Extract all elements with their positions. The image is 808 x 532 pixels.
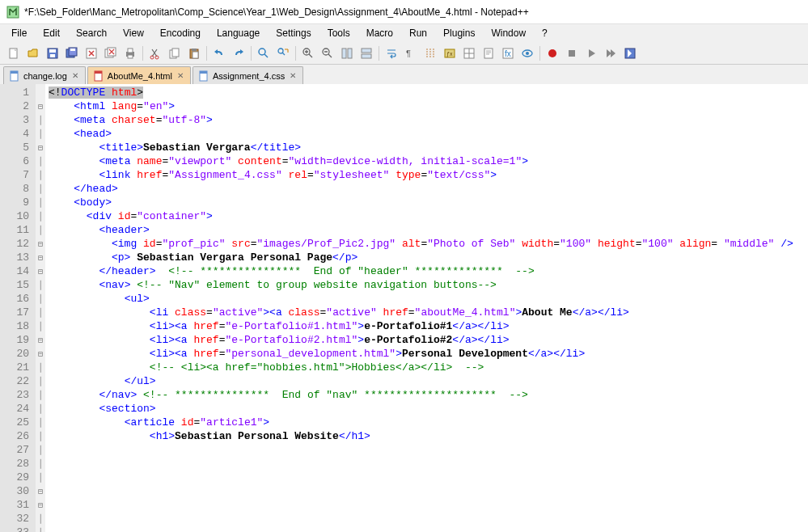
menu-edit[interactable]: Edit: [36, 26, 66, 40]
fold-marker[interactable]: ⊟: [36, 251, 45, 264]
code-line[interactable]: <p> Sebastian Vergara Personal Page</p>: [49, 251, 805, 264]
fold-marker[interactable]: │: [36, 512, 45, 526]
code-line[interactable]: <li><a href="personal_development.html">…: [49, 347, 805, 361]
code-line[interactable]: <article id="article1">: [49, 416, 805, 429]
fold-marker[interactable]: ⊟: [36, 484, 45, 498]
fold-marker[interactable]: │: [36, 526, 45, 532]
code-line[interactable]: <head>: [49, 127, 805, 141]
code-line[interactable]: <h1>Sebastian Personal Website</h1>: [49, 429, 805, 443]
fold-marker[interactable]: │: [36, 113, 45, 127]
code-line[interactable]: <img id="prof_pic" src="images/Prof_Pic2…: [49, 237, 805, 251]
save-all-button[interactable]: [63, 44, 81, 62]
menu-plugins[interactable]: Plugins: [437, 26, 481, 40]
monitor-button[interactable]: [518, 44, 536, 62]
fold-marker[interactable]: ⊟: [36, 237, 45, 251]
paste-button[interactable]: [185, 44, 203, 62]
fold-marker[interactable]: │: [36, 319, 45, 333]
menu-language[interactable]: Language: [210, 26, 266, 40]
code-line[interactable]: </header> <!-- **************** End of "…: [49, 264, 805, 278]
cut-button[interactable]: [146, 44, 164, 62]
fold-column[interactable]: ⊟││⊟││││││⊟⊟⊟││││⊟⊟│││││││││⊟⊟││: [36, 84, 45, 532]
code-line[interactable]: <meta name="viewport" content="width=dev…: [49, 154, 805, 168]
fold-marker[interactable]: ⊟: [36, 333, 45, 347]
fold-marker[interactable]: │: [36, 429, 45, 443]
fold-marker[interactable]: │: [36, 457, 45, 471]
save-button[interactable]: [44, 44, 61, 62]
all-chars-button[interactable]: ¶: [402, 44, 420, 62]
fold-marker[interactable]: [36, 86, 45, 99]
close-all-button[interactable]: [102, 44, 120, 62]
code-line[interactable]: </ul>: [49, 374, 805, 388]
code-line[interactable]: <!DOCTYPE html>: [49, 86, 805, 99]
folder-view-button[interactable]: [460, 44, 478, 62]
tab-aboutme-html[interactable]: AboutMe_4.html ✕: [87, 66, 191, 84]
lang-button[interactable]: ƒx: [441, 44, 459, 62]
fold-marker[interactable]: │: [36, 306, 45, 319]
code-line[interactable]: <title>Sebastian Vergara</title>: [49, 141, 805, 154]
code-line[interactable]: <body>: [49, 196, 805, 209]
code-line[interactable]: <section>: [49, 402, 805, 416]
code-line[interactable]: <link href="Assignment_4.css" rel="style…: [49, 168, 805, 182]
sync-v-button[interactable]: [338, 44, 356, 62]
code-line[interactable]: <li class="active"><a class="active" hre…: [49, 306, 805, 319]
fold-marker[interactable]: │: [36, 292, 45, 306]
code-line[interactable]: <nav> <!-- "Nav" element to group websit…: [49, 278, 805, 292]
copy-button[interactable]: [166, 44, 184, 62]
fold-marker[interactable]: │: [36, 209, 45, 223]
fold-marker[interactable]: │: [36, 361, 45, 374]
play-multi-button[interactable]: [602, 44, 620, 62]
code-area[interactable]: <!DOCTYPE html> <html lang="en"> <meta c…: [45, 84, 808, 532]
fold-marker[interactable]: │: [36, 223, 45, 237]
open-file-button[interactable]: [24, 44, 42, 62]
fold-marker[interactable]: │: [36, 278, 45, 292]
fold-marker[interactable]: ⊟: [36, 264, 45, 278]
tab-change-log[interactable]: change.log ✕: [3, 66, 86, 84]
fold-marker[interactable]: │: [36, 443, 45, 457]
code-line[interactable]: <header>: [49, 223, 805, 237]
fold-marker[interactable]: ⊟: [36, 498, 45, 512]
code-line[interactable]: <div id="container">: [49, 209, 805, 223]
menu-search[interactable]: Search: [70, 26, 113, 40]
redo-button[interactable]: [230, 44, 247, 62]
fold-marker[interactable]: ⊟: [36, 141, 45, 154]
code-line[interactable]: <li><a href="e-Portafolio#1.html">e-Port…: [49, 319, 805, 333]
fold-marker[interactable]: │: [36, 196, 45, 209]
fold-marker[interactable]: │: [36, 388, 45, 402]
close-icon[interactable]: ✕: [288, 71, 298, 81]
code-line[interactable]: <!-- <li><a href="hobbies.html">Hobbies<…: [49, 361, 805, 374]
code-line[interactable]: <meta charset="utf-8">: [49, 113, 805, 127]
menu-file[interactable]: File: [5, 26, 33, 40]
func-list-button[interactable]: fx: [499, 44, 517, 62]
menu-help[interactable]: ?: [535, 26, 554, 40]
fold-marker[interactable]: │: [36, 374, 45, 388]
undo-button[interactable]: [210, 44, 228, 62]
menu-window[interactable]: Window: [484, 26, 532, 40]
record-button[interactable]: [544, 44, 561, 62]
zoom-out-button[interactable]: [319, 44, 336, 62]
fold-marker[interactable]: │: [36, 182, 45, 196]
fold-marker[interactable]: │: [36, 127, 45, 141]
close-icon[interactable]: ✕: [70, 71, 80, 81]
wordwrap-button[interactable]: [383, 44, 400, 62]
fold-marker[interactable]: │: [36, 402, 45, 416]
code-line[interactable]: <li><a href="e-Portafolio#2.html">e-Port…: [49, 333, 805, 347]
print-button[interactable]: [121, 44, 139, 62]
fold-marker[interactable]: ⊟: [36, 99, 45, 113]
new-file-button[interactable]: [5, 44, 23, 62]
fold-marker[interactable]: ⊟: [36, 347, 45, 361]
code-line[interactable]: <html lang="en">: [49, 99, 805, 113]
doc-map-button[interactable]: [480, 44, 497, 62]
code-line[interactable]: </nav> <!-- *************** End of "nav"…: [49, 388, 805, 402]
fold-marker[interactable]: │: [36, 154, 45, 168]
sync-h-button[interactable]: [357, 44, 375, 62]
menu-view[interactable]: View: [116, 26, 150, 40]
close-button[interactable]: [82, 44, 100, 62]
indent-guide-button[interactable]: [421, 44, 439, 62]
tab-assignment-css[interactable]: Assignment_4.css ✕: [192, 66, 303, 84]
replace-button[interactable]: [274, 44, 292, 62]
find-button[interactable]: [255, 44, 273, 62]
code-line[interactable]: <ul>: [49, 292, 805, 306]
zoom-in-button[interactable]: [299, 44, 317, 62]
menu-run[interactable]: Run: [403, 26, 434, 40]
menu-encoding[interactable]: Encoding: [154, 26, 207, 40]
